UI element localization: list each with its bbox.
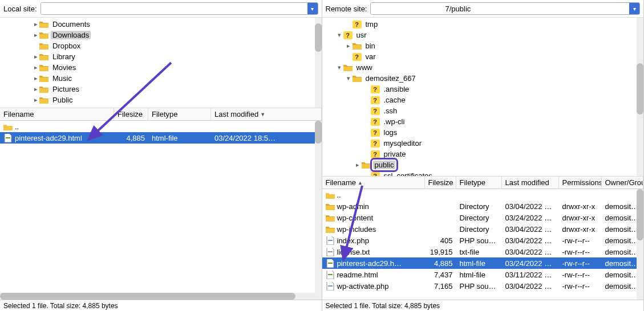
col-permissions[interactable]: Permissions [559, 177, 602, 189]
file-row[interactable]: .. [0, 121, 322, 132]
tree-item-documents[interactable]: ▸Documents [0, 19, 322, 30]
tree-item-bin[interactable]: ▸bin [322, 40, 644, 51]
cell-type: Directory [456, 202, 502, 211]
cell-size: 4,885 [425, 259, 456, 268]
tree-label: logs [382, 128, 399, 137]
file-row[interactable]: wp-contentDirectory03/24/2022 1…drwxr-xr… [322, 212, 644, 223]
remote-site-combo[interactable]: ▾ [370, 2, 640, 15]
tree-item-movies[interactable]: ▸Movies [0, 62, 322, 73]
file-row[interactable]: pinterest-adc29.h…4,885html-file03/24/20… [322, 257, 644, 269]
tree-item-var[interactable]: ?var [322, 51, 644, 62]
col-filename[interactable]: Filename ▲ [322, 177, 425, 189]
tree-label: Library [51, 52, 77, 61]
unknown-folder-icon: ? [371, 118, 380, 126]
cell-size: 7,437 [425, 271, 456, 279]
tree-item-ssl_certificates[interactable]: ?ssl_certificates [322, 170, 644, 177]
disclosure-icon[interactable]: ▸ [32, 31, 39, 39]
local-path-input[interactable] [41, 3, 307, 14]
tree-item-tmp[interactable]: ?tmp [322, 19, 644, 30]
tree-label: private [382, 150, 408, 158]
folder-icon [362, 161, 371, 169]
disclosure-icon[interactable]: ▾ [336, 31, 343, 39]
folder-icon [39, 64, 48, 72]
file-row[interactable]: index.php405PHP source03/04/2022 …-rw-r-… [322, 235, 644, 246]
tree-item-library[interactable]: ▸Library [0, 51, 322, 62]
local-file-list[interactable]: ..pinterest-adc29.html4,885html-file03/2… [0, 121, 322, 293]
disclosure-icon[interactable]: ▸ [32, 21, 39, 28]
html-icon [3, 134, 13, 142]
sort-desc-icon: ▼ [260, 112, 265, 117]
tree-item-music[interactable]: ▸Music [0, 73, 322, 84]
remote-path-input[interactable] [371, 3, 629, 14]
local-tree[interactable]: ▸Documents▸DownloadsDropbox▸Library▸Movi… [0, 17, 322, 108]
tree-item-private[interactable]: ?private [322, 149, 644, 159]
col-filesize[interactable]: Filesize [114, 108, 148, 120]
tree-item-.ssh[interactable]: ?.ssh [322, 105, 644, 116]
col-filesize[interactable]: Filesize [425, 177, 456, 189]
cell-name: wp-activate.php [322, 282, 425, 290]
file-row[interactable]: .. [322, 189, 644, 200]
col-filetype[interactable]: Filetype [148, 108, 211, 120]
tree-item-.ansible[interactable]: ?.ansible [322, 84, 644, 95]
disclosure-icon[interactable]: ▸ [32, 85, 39, 93]
remote-tree-scrollbar[interactable] [637, 18, 643, 176]
file-row[interactable]: wp-includesDirectory03/04/2022 …drwxr-xr… [322, 223, 644, 235]
cell-type: PHP source [456, 236, 502, 245]
disclosure-icon[interactable]: ▸ [354, 161, 362, 169]
tree-item-mysqleditor[interactable]: ?mysqleditor [322, 138, 644, 149]
col-lastmod[interactable]: Last modified ▼ [211, 108, 322, 120]
tree-label: .wp-cli [382, 117, 407, 126]
cell-name: wp-includes [322, 225, 425, 234]
cell-mod: 03/24/2022 1… [502, 214, 559, 222]
html-icon [326, 259, 335, 267]
cell-perm: drwxr-xr-x [559, 214, 602, 222]
local-path-dropdown[interactable]: ▾ [307, 3, 318, 14]
file-row[interactable]: pinterest-adc29.html4,885html-file03/24/… [0, 132, 322, 144]
tree-item-downloads[interactable]: ▸Downloads [0, 30, 322, 40]
cell-perm: -rw-r--r-- [559, 259, 602, 268]
tree-label: Documents [51, 20, 92, 28]
disclosure-icon[interactable]: ▸ [32, 75, 39, 82]
disclosure-icon[interactable]: ▸ [32, 96, 39, 104]
disclosure-icon[interactable]: ▾ [336, 64, 343, 71]
cell-type: html-file [456, 271, 502, 279]
tree-item-dropbox[interactable]: Dropbox [0, 40, 322, 51]
remote-path-dropdown[interactable]: ▾ [629, 3, 639, 14]
file-row[interactable]: wp-adminDirectory03/04/2022 …drwxr-xr-xd… [322, 200, 644, 212]
folder-icon [353, 75, 362, 83]
tree-item-logs[interactable]: ?logs [322, 127, 644, 138]
col-filetype[interactable]: Filetype [456, 177, 502, 189]
tree-item-pictures[interactable]: ▸Pictures [0, 84, 322, 95]
disclosure-icon[interactable]: ▸ [32, 53, 39, 60]
disclosure-icon[interactable]: ▸ [32, 64, 39, 71]
tree-item-public[interactable]: ▸Public [0, 95, 322, 105]
unknown-folder-icon: ? [371, 150, 380, 158]
folder-icon [326, 225, 335, 233]
remote-list-scrollbar[interactable] [637, 189, 643, 300]
unknown-folder-icon: ? [353, 53, 362, 61]
file-row[interactable]: readme.html7,437html-file03/11/2022 0…-r… [322, 269, 644, 280]
disclosure-icon[interactable]: ▸ [345, 42, 353, 50]
folder-icon [39, 21, 48, 28]
cell-name: wp-admin [322, 202, 425, 211]
col-owner[interactable]: Owner/Group [602, 177, 644, 189]
tree-item-.wp-cli[interactable]: ?.wp-cli [322, 116, 644, 127]
tree-item-demositez_667[interactable]: ▾demositez_667 [322, 73, 644, 84]
local-site-combo[interactable]: ▾ [40, 2, 318, 15]
tree-label: Pictures [51, 85, 81, 93]
file-row[interactable]: wp-activate.php7,165PHP source03/04/2022… [322, 280, 644, 292]
remote-file-list[interactable]: ..wp-adminDirectory03/04/2022 …drwxr-xr-… [322, 189, 644, 300]
col-filename[interactable]: Filename [0, 108, 114, 120]
remote-tree[interactable]: ?tmp▾?usr▸bin?var▾www▾demositez_667?.ans… [322, 17, 644, 177]
tree-item-www[interactable]: ▾www [322, 62, 644, 73]
local-list-scrollbar[interactable] [315, 121, 322, 293]
file-row[interactable]: license.txt19,915txt-file03/04/2022 …-rw… [322, 246, 644, 257]
local-tree-scrollbar[interactable] [315, 18, 322, 108]
tree-item-public[interactable]: ▸public [322, 159, 644, 170]
col-lastmod[interactable]: Last modified [502, 177, 559, 189]
cell-type: PHP source [456, 282, 502, 290]
tree-item-.cache[interactable]: ?.cache [322, 95, 644, 105]
tree-item-usr[interactable]: ▾?usr [322, 30, 644, 40]
local-hscroll[interactable] [0, 293, 322, 300]
disclosure-icon[interactable]: ▾ [345, 75, 353, 82]
